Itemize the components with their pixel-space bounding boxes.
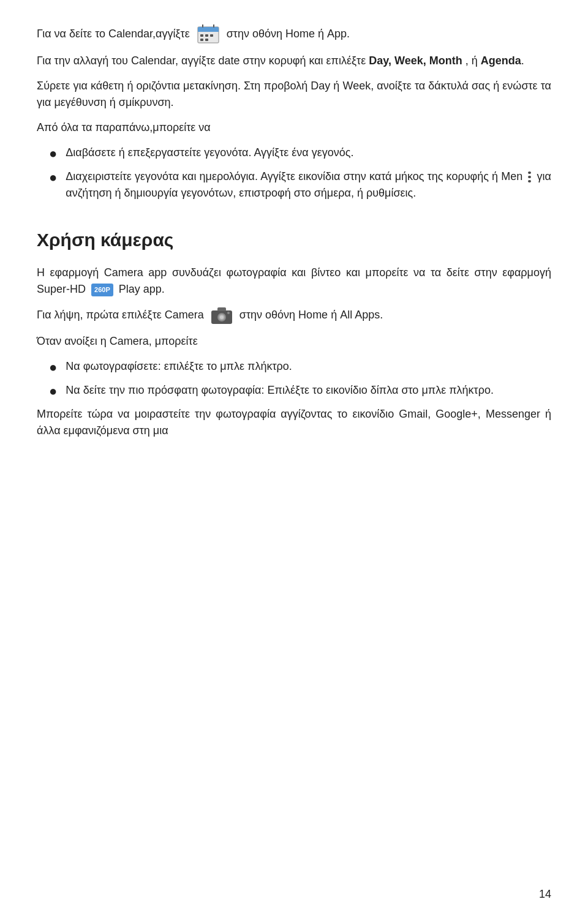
svg-rect-8: [200, 39, 203, 41]
svg-rect-9: [205, 39, 208, 41]
bullet-dot-1: ●: [49, 143, 57, 164]
menu-dots-icon: [528, 171, 531, 182]
text-capture-end: στην οθόνη Home ή All Apps.: [239, 309, 383, 321]
svg-point-13: [220, 315, 224, 319]
paragraph-camera-intro: Η εφαρμογή Camera app συνδυάζει φωτογραφ…: [37, 265, 551, 298]
paragraph-calendar-change: Για την αλλαγή του Calendar, αγγίξτε dat…: [37, 53, 551, 69]
text-change-bold1: Day, Week, Month: [369, 55, 462, 67]
camera-app-icon: [211, 306, 233, 325]
calendar-bullet-list: ● Διαβάσετε ή επεξεργαστείτε γεγονότα. Α…: [49, 145, 551, 201]
cam-bullet-dot-1: ●: [49, 357, 57, 377]
page-number: 14: [539, 886, 551, 903]
text-change-dot: .: [521, 55, 524, 67]
camera-bullet-list: ● Να φωτογραφίσετε: επιλέξτε το μπλε πλή…: [49, 358, 551, 401]
cam-bullet-item-view: ● Να δείτε την πιο πρόσφατη φωτογραφία: …: [49, 382, 551, 401]
paragraph-from-above: Από όλα τα παραπάνω,μπορείτε να: [37, 119, 551, 136]
bullet-item-read: ● Διαβάσετε ή επεξεργαστείτε γεγονότα. Α…: [49, 145, 551, 164]
text-camera-play: Play app.: [119, 283, 165, 295]
text-change-or: , ή: [466, 55, 478, 67]
svg-rect-5: [200, 34, 203, 37]
text-share: Μπορείτε τώρα να μοιραστείτε την φωτογρα…: [37, 408, 551, 437]
paragraph-calendar-intro: Για να δείτε το Calendar,αγγίξτε στην οθ…: [37, 24, 551, 44]
text-manage-start: Διαχειριστείτε γεγονότα και ημερολόγια. …: [66, 170, 522, 182]
paragraph-share: Μπορείτε τώρα να μοιραστείτε την φωτογρα…: [37, 406, 551, 439]
text-change-bold2: Agenda: [481, 55, 521, 67]
camera-section-heading: Χρήση κάμερας: [37, 226, 551, 254]
text-swipe: Σύρετε για κάθετη ή οριζόντια μετακίνηση…: [37, 80, 551, 108]
page-content: Για να δείτε το Calendar,αγγίξτε στην οθ…: [0, 0, 588, 484]
bullet-text-read: Διαβάσετε ή επεξεργαστείτε γεγονότα. Αγγ…: [66, 145, 551, 161]
svg-point-15: [227, 312, 230, 314]
paragraph-camera-open: Όταν ανοίξει η Camera, μπορείτε: [37, 333, 551, 350]
cam-bullet-text-photo: Να φωτογραφίσετε: επιλέξτε το μπλε πλήκτ…: [66, 358, 551, 375]
cam-bullet-dot-2: ●: [49, 381, 57, 401]
bullet-dot-2: ●: [49, 167, 57, 187]
cam-bullet-text-view: Να δείτε την πιο πρόσφατη φωτογραφία: Επ…: [66, 382, 551, 399]
text-calendar-see-end: στην οθόνη Home ή App.: [227, 28, 350, 40]
text-camera-intro: Η εφαρμογή Camera app συνδυάζει φωτογραφ…: [37, 266, 551, 295]
text-change-start: Για την αλλαγή του Calendar, αγγίξτε dat…: [37, 55, 366, 67]
text-calendar-see: Για να δείτε το Calendar,αγγίξτε: [37, 28, 190, 40]
bullet-item-manage: ● Διαχειριστείτε γεγονότα και ημερολόγια…: [49, 168, 551, 201]
bullet-text-manage: Διαχειριστείτε γεγονότα και ημερολόγια. …: [66, 168, 551, 201]
svg-rect-2: [198, 31, 219, 32]
svg-rect-7: [210, 34, 213, 37]
cam-bullet-item-photo: ● Να φωτογραφίσετε: επιλέξτε το μπλε πλή…: [49, 358, 551, 377]
superhd-icon: 260P: [91, 284, 113, 296]
svg-rect-14: [217, 307, 226, 311]
text-capture-start: Για λήψη, πρώτα επιλέξτε Camera: [37, 309, 204, 321]
paragraph-camera-capture: Για λήψη, πρώτα επιλέξτε Camera στην οθό…: [37, 306, 551, 325]
calendar-app-icon: [197, 24, 220, 44]
svg-rect-6: [205, 34, 208, 37]
text-from-above: Από όλα τα παραπάνω,μπορείτε να: [37, 121, 211, 133]
paragraph-swipe: Σύρετε για κάθετη ή οριζόντια μετακίνηση…: [37, 78, 551, 111]
text-camera-open: Όταν ανοίξει η Camera, μπορείτε: [37, 335, 198, 347]
